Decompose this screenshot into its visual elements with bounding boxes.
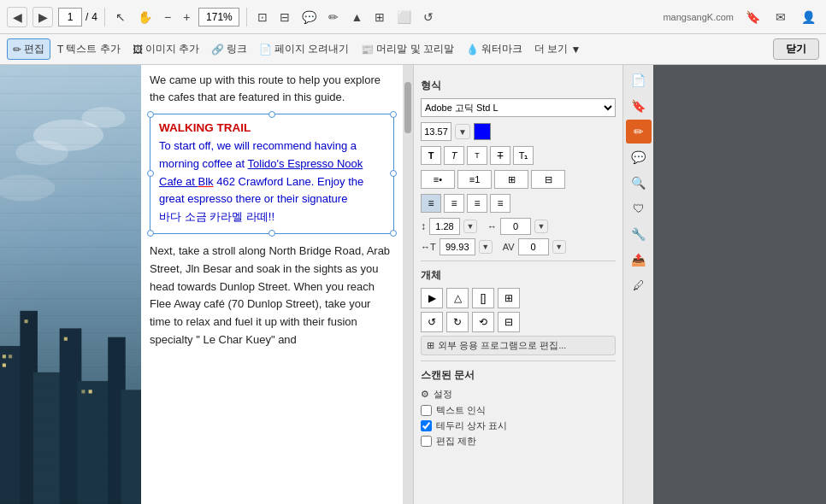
comment-button[interactable]: 💬	[298, 9, 320, 26]
handle-bottom-left[interactable]	[147, 230, 154, 237]
scale-down[interactable]: ▼	[479, 240, 493, 254]
border-box-checkbox[interactable]	[421, 420, 432, 431]
text-recognition-checkbox[interactable]	[421, 405, 432, 416]
eraser-button[interactable]: ⬜	[393, 9, 415, 26]
obj-rotate-ccw-button[interactable]: ↺	[421, 312, 443, 332]
bookmark-button[interactable]: 🔖	[742, 9, 764, 26]
page-info: / 4	[58, 8, 97, 26]
panel-icon-1[interactable]: 📄	[626, 68, 652, 92]
align-left-button[interactable]: ≡	[421, 194, 441, 213]
obj-play-button[interactable]: ▶	[421, 288, 443, 308]
text-recognition-label: 텍스트 인식	[436, 404, 486, 417]
image-add-button[interactable]: 🖼 이미지 추가	[127, 39, 204, 59]
fit-width-button[interactable]: ⊟	[276, 9, 293, 26]
scale-input[interactable]	[440, 238, 475, 255]
highlight-button[interactable]: ▲	[347, 9, 366, 26]
mail-button[interactable]: ✉	[772, 9, 789, 26]
strikethrough-button[interactable]: T	[490, 146, 510, 165]
indent-list-button[interactable]: ⊞	[494, 170, 528, 189]
website-url: mangsangK.com	[663, 12, 734, 22]
line-spacing-down[interactable]: ▼	[463, 220, 477, 233]
more-button[interactable]: 더 보기 ▼	[529, 39, 586, 59]
align-center-button[interactable]: ≡	[444, 194, 464, 213]
char-spacing-input[interactable]	[500, 218, 531, 235]
right-layout: 형식 Adobe 고딕 Std L ▼ T T T T	[413, 65, 826, 504]
panel-icon-edit[interactable]: ✏	[626, 120, 652, 144]
right-icon-strip: 📄 🔖 ✏ 💬 🔍 🛡 🔧 📤 🖊	[622, 65, 653, 504]
stamp-button[interactable]: ⊞	[371, 9, 388, 26]
link-icon: 🔗	[211, 44, 224, 56]
page-number-input[interactable]	[58, 8, 82, 26]
align-right-button[interactable]: ≡	[467, 194, 487, 213]
align-justify-button[interactable]: ≡	[490, 194, 510, 213]
settings-gear-icon: ⚙	[421, 389, 429, 400]
cursor-tool-button[interactable]: ↖	[112, 9, 129, 26]
watermark-label: 워터마크	[481, 42, 522, 56]
handle-right-mid[interactable]	[390, 170, 397, 177]
bold-button[interactable]: T	[421, 146, 441, 165]
edit-mode-button[interactable]: ✏ 편집	[7, 38, 50, 60]
zoom-out-button[interactable]: −	[161, 9, 174, 26]
panel-icon-search[interactable]: 🔍	[626, 171, 652, 195]
obj-align-button[interactable]: ⊟	[498, 312, 520, 332]
handle-bottom-center[interactable]	[268, 230, 275, 237]
external-edit-button[interactable]: ⊞ 외부 응용 프로그램으로 편집...	[421, 336, 616, 355]
prev-page-button[interactable]: ◀	[7, 7, 27, 27]
scrollbar-thumb[interactable]	[404, 82, 411, 133]
font-size-input[interactable]	[421, 122, 451, 141]
handle-top-right[interactable]	[390, 111, 397, 118]
obj-rotate-cw-button[interactable]: ↻	[446, 312, 469, 332]
text-icon: T	[57, 44, 63, 56]
svg-rect-7	[121, 390, 141, 504]
handle-top-left[interactable]	[147, 111, 154, 118]
handle-bottom-right[interactable]	[390, 230, 397, 237]
watermark-button[interactable]: 💧 워터마크	[461, 39, 528, 59]
font-size-down-button[interactable]: ▼	[455, 124, 470, 139]
pencil-button[interactable]: ✏	[325, 9, 342, 26]
obj-flip-button[interactable]: ⟲	[472, 312, 494, 332]
svg-rect-14	[89, 390, 92, 393]
superscript-button[interactable]: T	[467, 146, 487, 165]
page-extract-button[interactable]: 📄 페이지 오려내기	[254, 39, 354, 59]
obj-triangle-button[interactable]: △	[446, 288, 469, 308]
char-spacing-down[interactable]: ▼	[534, 220, 548, 233]
zoom-in-button[interactable]: +	[180, 9, 193, 26]
panel-icon-share[interactable]: 📤	[626, 248, 652, 272]
close-button[interactable]: 닫기	[773, 38, 819, 60]
av-input[interactable]	[518, 238, 549, 255]
selected-text-box[interactable]: WALKING TRAIL To start off, we will reco…	[150, 114, 394, 234]
subscript-button[interactable]: T₁	[513, 146, 534, 165]
pdf-scrollbar[interactable]	[403, 65, 413, 504]
text-add-button[interactable]: T 텍스트 추가	[52, 39, 126, 59]
settings-row[interactable]: ⚙ 설정	[421, 388, 616, 401]
line-spacing-input[interactable]	[429, 218, 460, 235]
undo-button[interactable]: ↺	[420, 9, 437, 26]
panel-icon-protect[interactable]: 🛡	[626, 196, 652, 220]
panel-icon-sign[interactable]: 🖊	[626, 273, 652, 297]
panel-icon-tool[interactable]: 🔧	[626, 222, 652, 246]
bullet-list-button[interactable]: ≡•	[421, 170, 455, 189]
blk-underline: Blk	[198, 175, 214, 188]
av-down[interactable]: ▼	[552, 240, 566, 254]
next-page-button[interactable]: ▶	[32, 7, 53, 27]
header-footer-button[interactable]: 📰 머리말 및 꼬리말	[356, 39, 459, 59]
font-color-box[interactable]	[474, 123, 491, 140]
panel-icon-2[interactable]: 🔖	[626, 94, 652, 118]
hand-tool-button[interactable]: ✋	[134, 9, 156, 26]
font-select[interactable]: Adobe 고딕 Std L	[421, 98, 616, 117]
handle-top-center[interactable]	[268, 111, 275, 118]
zoom-box	[198, 8, 239, 26]
account-button[interactable]: 👤	[798, 9, 819, 26]
num-list-button[interactable]: ≡1	[457, 170, 492, 189]
obj-group-button[interactable]: ⊞	[498, 288, 520, 308]
fit-page-button[interactable]: ⊡	[254, 9, 271, 26]
outdent-list-button[interactable]: ⊟	[531, 170, 565, 189]
italic-button[interactable]: T	[444, 146, 464, 165]
av-icon: AV	[503, 242, 515, 252]
handle-left-mid[interactable]	[147, 170, 154, 177]
panel-icon-comment[interactable]: 💬	[626, 145, 652, 169]
edit-limit-checkbox[interactable]	[421, 436, 432, 447]
obj-bracket-button[interactable]: []	[472, 288, 494, 308]
zoom-input[interactable]	[198, 8, 239, 26]
link-button[interactable]: 🔗 링크	[206, 39, 252, 59]
